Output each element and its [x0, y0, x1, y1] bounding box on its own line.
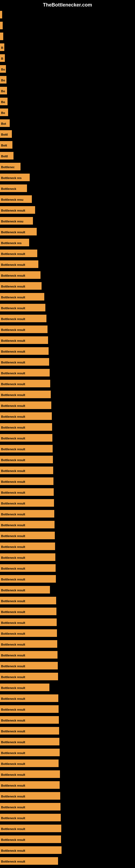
bar-item: Bottleneck result: [0, 673, 58, 680]
bar-label: Bottleneck result: [0, 835, 61, 843]
bar-item: Bo: [0, 65, 6, 73]
bar-label: Bottleneck result: [0, 521, 54, 528]
bar-item: Bottleneck result: [0, 369, 50, 376]
bar-item: Bottleneck result: [0, 282, 42, 290]
bar-label: Bottl: [0, 152, 13, 159]
bar-label: Bottlenec: [0, 163, 20, 170]
bar-item: Bottleneck result: [0, 304, 45, 311]
bar-label: Bottleneck result: [0, 434, 52, 442]
bar-item: Bottleneck result: [0, 499, 54, 507]
bar-label: Bottleneck result: [0, 662, 58, 670]
bar-label: Bottleneck result: [0, 727, 59, 735]
bar-label: Bottleneck result: [0, 684, 49, 691]
bar-item: Bottleneck result: [0, 781, 60, 789]
bar-item: Bottleneck result: [0, 684, 49, 691]
bar-item: Bottleneck result: [0, 770, 60, 778]
bar-item: Bottleneck result: [0, 445, 53, 453]
bar-label: Bottleneck result: [0, 336, 48, 344]
bar-label: Bottleneck result: [0, 673, 58, 680]
bar-label: Bottleneck result: [0, 716, 59, 724]
bar-item: Bottleneck result: [0, 597, 56, 604]
bar-label: Bo: [0, 76, 6, 84]
bar-item: Bottleneck resu: [0, 217, 33, 225]
bar-label: Bottl: [0, 130, 12, 138]
bar-label: Bottleneck result: [0, 629, 57, 637]
bar-item: Bottleneck result: [0, 553, 55, 561]
bar-item: Bottleneck result: [0, 271, 41, 279]
bar-label: Bottleneck result: [0, 597, 56, 604]
bar-item: Bottl: [0, 130, 12, 138]
bar-item: Bottleneck res: [0, 174, 30, 181]
bar-label: Bottleneck result: [0, 705, 58, 713]
bar-label: Bottleneck res: [0, 239, 29, 246]
bar-label: Bottleneck result: [0, 250, 37, 257]
bar-label: Bottleneck result: [0, 369, 50, 376]
bar-label: Bottleneck result: [0, 467, 53, 474]
bar-label: Bottleneck result: [0, 391, 51, 398]
bar-item: Bottleneck result: [0, 629, 57, 637]
bar-item: Bottleneck result: [0, 662, 58, 670]
bar-item: Bottleneck result: [0, 727, 59, 735]
bar-item: Bottleneck result: [0, 694, 58, 702]
bar-label: Bottleneck result: [0, 749, 60, 756]
bar-item: Bottleneck result: [0, 608, 56, 615]
bar-label: Bottleneck result: [0, 293, 44, 301]
bar-item: Bottleneck result: [0, 401, 51, 409]
bar-item: Bo: [0, 76, 6, 84]
bar-item: Bottleneck result: [0, 814, 61, 822]
bar-label: Bottleneck result: [0, 564, 56, 572]
bar-label: Bottleneck result: [0, 456, 53, 463]
bar-item: Bottleneck result: [0, 586, 50, 593]
bar-item: Bottleneck result: [0, 250, 37, 257]
bar-item: Bottleneck result: [0, 705, 58, 713]
bar-item: Bottleneck result: [0, 380, 50, 388]
bar-item: Bottleneck result: [0, 488, 54, 496]
bar-item: Bottleneck result: [0, 618, 57, 626]
bar-item: Bottleneck result: [0, 760, 58, 767]
bar-label: Bottleneck result: [0, 260, 38, 268]
bar-item: Bottleneck result: [0, 738, 59, 745]
bar-item: Bottleneck: [0, 184, 27, 192]
bar-label: Bottleneck result: [0, 412, 52, 420]
bar-label: Bottleneck result: [0, 326, 48, 333]
bar-label: Bo: [0, 65, 6, 73]
bar-label: B: [0, 54, 5, 62]
bar-item: Bottleneck result: [0, 532, 55, 539]
bar-item: Bottleneck result: [0, 358, 49, 366]
bar-label: Bottleneck result: [0, 770, 60, 778]
bar-item: Bottleneck result: [0, 260, 38, 268]
bar-item: Bottleneck result: [0, 228, 37, 236]
bar-label: Bo: [0, 98, 8, 105]
bar-item: Bottleneck result: [0, 575, 56, 583]
bar-label: Bottleneck result: [0, 423, 52, 431]
bar-item: Bottleneck result: [0, 336, 48, 344]
bar-label: Bottleneck result: [0, 271, 41, 279]
bar-label: Bottleneck result: [0, 814, 61, 822]
bar-item: B: [0, 43, 4, 51]
bar-label: Bottleneck result: [0, 510, 54, 518]
bar-item: Bottleneck result: [0, 293, 44, 301]
bar-label: Bottleneck result: [0, 738, 59, 745]
bar-label: Bottleneck result: [0, 651, 57, 659]
bar-label: [0, 33, 3, 40]
bar-item: Bottleneck res: [0, 239, 29, 246]
bar-label: Bottleneck result: [0, 358, 49, 366]
bar-item: Bottleneck result: [0, 792, 60, 800]
bar-label: Bott: [0, 141, 12, 149]
bar-item: Bottleneck result: [0, 640, 57, 648]
bar-item: Bottleneck result: [0, 467, 53, 474]
bar-item: Bo: [0, 87, 7, 94]
bar-item: Bottleneck result: [0, 412, 52, 420]
bar-label: Bottleneck result: [0, 488, 54, 496]
bar-label: [0, 11, 2, 19]
bar-item: Bottlenec: [0, 163, 20, 170]
bar-label: Bottleneck result: [0, 553, 55, 561]
bar-item: Bottl: [0, 152, 13, 159]
bar-item: Bottleneck result: [0, 651, 57, 659]
bar-item: Bottleneck result: [0, 434, 52, 442]
bar-label: Bottleneck result: [0, 532, 55, 539]
bar-item: Bot: [0, 119, 10, 127]
bar-item: [0, 22, 3, 29]
bar-label: Bottleneck result: [0, 380, 50, 388]
bar-label: Bottleneck resu: [0, 217, 33, 225]
